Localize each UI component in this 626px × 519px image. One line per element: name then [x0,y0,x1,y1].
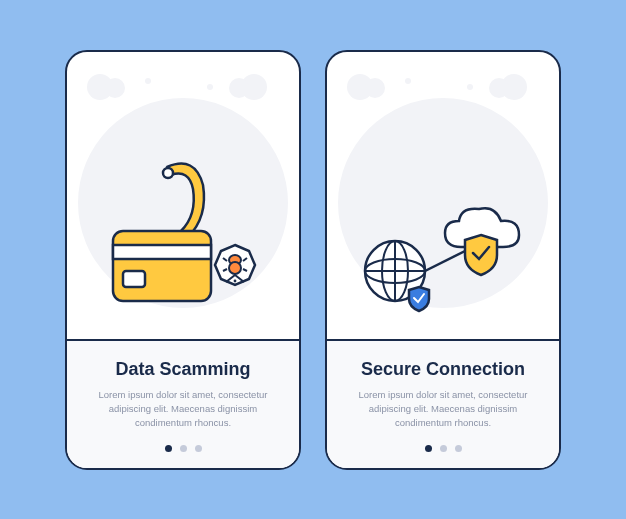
pagination-dot[interactable] [425,445,432,452]
dot-decor [145,78,151,84]
dot-decor [405,78,411,84]
pagination-dot[interactable] [165,445,172,452]
text-panel: Data Scamming Lorem ipsum dolor sit amet… [67,339,299,468]
card-title: Secure Connection [347,359,539,380]
svg-rect-3 [123,271,145,287]
cloud-decor-icon [229,74,279,98]
svg-rect-2 [113,245,211,259]
illustration-area [67,52,299,339]
card-description: Lorem ipsum dolor sit amet, consectetur … [347,388,539,431]
cloud-decor-icon [87,74,137,98]
secure-connection-illustration-icon [343,159,543,329]
onboarding-card: Secure Connection Lorem ipsum dolor sit … [325,50,561,470]
svg-point-6 [229,262,241,274]
pagination-dot[interactable] [195,445,202,452]
pagination-dot[interactable] [180,445,187,452]
card-description: Lorem ipsum dolor sit amet, consectetur … [87,388,279,431]
svg-rect-1 [113,231,211,301]
dot-decor [467,84,473,90]
onboarding-card: Data Scamming Lorem ipsum dolor sit amet… [65,50,301,470]
cloud-decor-icon [489,74,539,98]
text-panel: Secure Connection Lorem ipsum dolor sit … [327,339,559,468]
svg-point-11 [234,279,237,282]
card-title: Data Scamming [87,359,279,380]
dot-decor [207,84,213,90]
cloud-decor-icon [347,74,397,98]
pagination-dot[interactable] [440,445,447,452]
phishing-card-illustration-icon [93,159,273,329]
pagination-dots[interactable] [347,445,539,452]
illustration-area [327,52,559,339]
pagination-dot[interactable] [455,445,462,452]
svg-point-0 [163,168,173,178]
pagination-dots[interactable] [87,445,279,452]
